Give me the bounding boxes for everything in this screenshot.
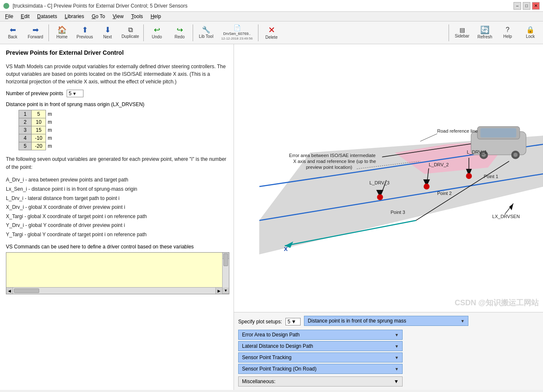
parsfile-icon: 📄: [234, 25, 241, 31]
toolbar-sep-4: [258, 24, 258, 41]
var-list-item: L_Drv_i - lateral distance from target p…: [6, 194, 228, 203]
sensor-tracking-onroad-label: Sensor Point Tracking (On Road): [242, 366, 317, 372]
var-list-item: A_Drv_i - area between preview points an…: [6, 176, 228, 185]
row-value[interactable]: -20: [32, 142, 46, 150]
scroll-down-icon[interactable]: ▼: [223, 288, 229, 294]
redo-button[interactable]: ↪ Redo: [169, 23, 191, 43]
lock-button[interactable]: 🔒 Lock: [519, 23, 541, 43]
lateral-distance-arrow-icon: ▼: [395, 344, 399, 349]
plot-setup-label: Specify plot setups:: [238, 319, 282, 325]
menu-edit[interactable]: Edit: [17, 13, 33, 20]
scroll-thumb-h[interactable]: [14, 288, 39, 293]
right-panel: Error area between ISO/SAE intermediate …: [234, 44, 543, 390]
libtool-button[interactable]: 🔧 Lib Tool: [195, 23, 217, 43]
sidebar-label: Sidebar: [455, 34, 469, 38]
num-preview-label: Number of preview points: [6, 91, 63, 96]
data-table: 1 5 m 2 10 m 3 15 m 4 -10 m 5 -20 m: [19, 110, 59, 150]
error-area-button[interactable]: Error Area to Design Path ▼: [238, 330, 403, 340]
distance-point-label: Distance point is in front of the sprung…: [308, 318, 406, 324]
lateral-distance-button[interactable]: Lateral Distance to Design Path ▼: [238, 341, 403, 351]
menu-tools[interactable]: Tools: [128, 13, 146, 20]
panel-title: Preview Points for External Driver Contr…: [6, 49, 228, 59]
var-list-item: X_Drv_i - global X coordinate of driver …: [6, 203, 228, 212]
help-button[interactable]: ? Help: [497, 23, 519, 43]
libtool-label: Lib Tool: [199, 34, 213, 39]
svg-text:X: X: [284, 246, 288, 252]
svg-point-17: [377, 194, 383, 200]
var-list: A_Drv_i - area between preview points an…: [6, 176, 228, 239]
plot-setup-dropdown[interactable]: 5 ▼: [285, 318, 301, 325]
menu-help[interactable]: Help: [147, 13, 164, 20]
scroll-left-icon[interactable]: ◀: [6, 288, 13, 294]
next-label: Next: [103, 35, 112, 39]
svg-text:Point 1: Point 1: [484, 174, 498, 179]
toolbar-sep-5: [449, 24, 449, 41]
error-area-arrow-icon: ▼: [395, 333, 399, 337]
diagram-area: Error area between ISO/SAE intermediate …: [234, 44, 543, 312]
row-value[interactable]: 5: [32, 110, 46, 118]
delete-icon: ✕: [268, 26, 275, 34]
parsfile-button[interactable]: 📄 DrvSen_60769.. 12-12-2018 23:49:56: [218, 23, 256, 43]
scrollbar-vertical[interactable]: ▲ ▼: [222, 253, 229, 294]
scroll-right-icon[interactable]: ▶: [215, 288, 222, 294]
controls-panel: Specify plot setups: 5 ▼ Distance point …: [234, 312, 543, 390]
row-value[interactable]: 15: [32, 126, 46, 134]
previous-button[interactable]: ⬆ Previous: [74, 23, 96, 43]
toolbar-sep-3: [193, 24, 193, 41]
scroll-thumb-v[interactable]: [223, 253, 228, 266]
row-num: 2: [19, 118, 32, 126]
num-preview-dropdown[interactable]: 5 ▼: [67, 90, 83, 97]
help-label: Help: [503, 34, 512, 39]
next-button[interactable]: ⬇ Next: [97, 23, 118, 43]
back-button[interactable]: ⬅ Back: [2, 23, 24, 43]
delete-button[interactable]: ✕ Delete: [261, 23, 282, 43]
svg-text:L_DRV_3: L_DRV_3: [369, 180, 390, 185]
maximize-button[interactable]: □: [523, 2, 530, 10]
row-value[interactable]: 10: [32, 118, 46, 126]
sensor-tracking-onroad-button[interactable]: Sensor Point Tracking (On Road) ▼: [238, 364, 403, 374]
menu-libraries[interactable]: Libraries: [61, 13, 87, 20]
undo-button[interactable]: ↩ Undo: [146, 23, 168, 43]
row-unit: m: [46, 110, 59, 118]
svg-point-16: [424, 184, 430, 189]
sensor-tracking-button[interactable]: Sensor Point Tracking ▼: [238, 352, 403, 363]
menu-datasets[interactable]: Datasets: [34, 13, 60, 20]
duplicate-button[interactable]: ⧉ Duplicate: [119, 23, 141, 43]
scrollbar-horizontal[interactable]: ◀ ▶: [6, 287, 222, 294]
svg-text:L_DRV_2: L_DRV_2: [429, 162, 449, 167]
row-num: 4: [19, 134, 32, 142]
menu-goto[interactable]: Go To: [88, 13, 108, 20]
undo-label: Undo: [152, 35, 162, 39]
home-button[interactable]: 🏠 Home: [51, 23, 73, 43]
row-num: 1: [19, 110, 32, 118]
minimize-button[interactable]: –: [513, 2, 521, 10]
svg-text:X axis and road reference line: X axis and road reference line (up to th…: [293, 159, 376, 164]
misc-label: Miscellaneous:: [242, 379, 275, 384]
plot-setup-value: 5: [288, 319, 290, 325]
watermark: CSDN @知识搬运工网站: [454, 298, 539, 308]
menu-file[interactable]: File: [2, 13, 16, 20]
refresh-label: Refresh: [477, 35, 492, 39]
app-icon: [3, 3, 9, 9]
table-row: 2 10 m: [19, 118, 59, 126]
close-button[interactable]: ✕: [532, 2, 540, 10]
svg-text:preview point location): preview point location): [306, 165, 352, 170]
row-unit: m: [46, 126, 59, 134]
toolbar-sep-2: [143, 24, 144, 41]
menu-bar: File Edit Datasets Libraries Go To View …: [0, 12, 543, 21]
var-list-item: Y_Drv_i - global Y coordinate of driver …: [6, 221, 228, 230]
sidebar-button[interactable]: ▤ Sidebar: [451, 23, 473, 43]
forward-button[interactable]: ➡ Forward: [24, 23, 46, 43]
row-value[interactable]: -10: [32, 134, 46, 142]
refresh-button[interactable]: 🔄 Refresh: [474, 23, 496, 43]
var-list-item: X_Targi - global X coordinate of target …: [6, 212, 228, 221]
distance-point-button[interactable]: Distance point is in front of the sprung…: [304, 316, 468, 326]
menu-view[interactable]: View: [109, 13, 127, 20]
svg-rect-24: [480, 128, 516, 138]
window-title: [trucksimdata - C] Preview Points for Ex…: [13, 3, 510, 9]
misc-button[interactable]: Miscellaneous: ▼: [238, 376, 403, 387]
vs-commands-label: VS Commands can be used here to define a…: [6, 244, 228, 250]
home-icon: 🏠: [57, 26, 67, 34]
vs-commands-textarea[interactable]: ▲ ▼ ◀ ▶: [6, 252, 229, 294]
duplicate-icon: ⧉: [128, 27, 133, 33]
